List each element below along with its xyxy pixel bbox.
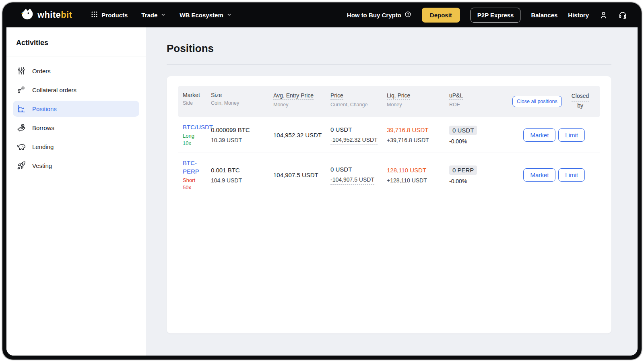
side-label: Long bbox=[183, 132, 211, 140]
logo-text: whitebit bbox=[37, 10, 72, 20]
chevron-down-icon bbox=[227, 12, 232, 19]
col-avg-entry-price[interactable]: Avg. Entry Price Money bbox=[273, 92, 330, 108]
main-content: Positions Market Side Size Coin, Money A… bbox=[146, 27, 638, 356]
rocket-icon bbox=[17, 161, 26, 170]
close-limit-button[interactable]: Limit bbox=[558, 168, 585, 182]
liq-price-cell: 39,716.8 USDT +39,716.8 USDT bbox=[387, 126, 449, 144]
size-cell: 0.000099 BTC 10.39 USDT bbox=[211, 126, 273, 144]
hand-coin-icon bbox=[17, 123, 26, 132]
trade-menu[interactable]: Trade bbox=[141, 12, 166, 19]
avg-entry-cell: 104,907.5 USDT bbox=[273, 171, 330, 179]
roe-value: -0.00% bbox=[449, 178, 512, 184]
sidebar-item-lending[interactable]: Lending bbox=[13, 139, 139, 155]
close-all-positions-button[interactable]: Close all positions bbox=[512, 96, 562, 107]
side-label: Short bbox=[183, 177, 211, 184]
sidebar-item-collateral-orders[interactable]: Collateral orders bbox=[13, 82, 139, 98]
leverage-label: 50x bbox=[183, 184, 211, 191]
header-actions: Close all positions Closed by bbox=[512, 92, 606, 111]
market-link[interactable]: BTC/USDT bbox=[183, 123, 211, 131]
liq-price-cell: 128,110 USDT +128,110 USDT bbox=[387, 166, 449, 184]
col-price[interactable]: Price Current, Change bbox=[330, 92, 387, 108]
col-market: Market Side bbox=[183, 92, 211, 106]
top-navbar: whitebit Products Trade bbox=[2, 2, 642, 27]
market-cell: BTC-PERP Short 50x bbox=[183, 159, 211, 191]
main-menu: Products Trade WB Ecosystem bbox=[91, 10, 231, 19]
sidebar-item-label: Lending bbox=[32, 143, 54, 150]
p2p-express-button[interactable]: P2P Express bbox=[471, 8, 521, 23]
history-link[interactable]: History bbox=[568, 12, 589, 19]
whitebit-rabbit-icon bbox=[20, 8, 34, 22]
col-upl[interactable]: uP&L ROE bbox=[449, 92, 512, 108]
roe-value: -0.00% bbox=[449, 138, 512, 145]
positions-chart-icon bbox=[17, 104, 26, 113]
avg-entry-cell: 104,952.32 USDT bbox=[273, 131, 330, 139]
upl-cell: 0 PERP -0.00% bbox=[449, 165, 512, 184]
position-row: BTC-PERP Short 50x 0.001 BTC 104.9 USDT … bbox=[178, 153, 600, 197]
app-window: whitebit Products Trade bbox=[2, 2, 642, 360]
chevron-down-icon bbox=[161, 12, 166, 19]
sidebar-item-vesting[interactable]: Vesting bbox=[13, 157, 139, 174]
row-actions: Market Limit bbox=[512, 168, 595, 182]
headset-icon[interactable] bbox=[618, 10, 627, 19]
col-liq-price[interactable]: Liq. Price Money bbox=[387, 92, 449, 108]
upl-cell: 0 USDT -0.00% bbox=[449, 126, 512, 145]
sidebar-item-orders[interactable]: Orders bbox=[13, 63, 139, 79]
close-limit-button[interactable]: Limit bbox=[558, 128, 585, 142]
close-market-button[interactable]: Market bbox=[523, 168, 555, 182]
piggy-bank-icon bbox=[17, 142, 26, 151]
sliders-icon bbox=[17, 66, 26, 75]
user-icon[interactable] bbox=[599, 11, 608, 19]
sidebar-item-label: Vesting bbox=[32, 162, 52, 169]
market-cell: BTC/USDT Long 10x bbox=[183, 123, 211, 147]
sidebar-item-label: Positions bbox=[32, 105, 57, 112]
activities-sidebar: Activities Orders bbox=[6, 27, 146, 356]
market-link[interactable]: BTC-PERP bbox=[183, 159, 211, 176]
sidebar-item-label: Borrows bbox=[32, 124, 54, 131]
positions-card: Market Side Size Coin, Money Avg. Entry … bbox=[167, 76, 611, 333]
title-divider bbox=[167, 64, 611, 65]
page-title: Positions bbox=[167, 42, 611, 55]
products-menu[interactable]: Products bbox=[91, 10, 128, 19]
price-cell: 0 USDT -104,952.32 USDT bbox=[330, 125, 387, 145]
sidebar-title: Activities bbox=[6, 27, 146, 56]
sidebar-item-borrows[interactable]: Borrows bbox=[13, 120, 139, 136]
table-header: Market Side Size Coin, Money Avg. Entry … bbox=[178, 86, 600, 117]
ecosystem-menu[interactable]: WB Ecosystem bbox=[180, 12, 231, 19]
sidebar-list: Orders Collateral orders bbox=[6, 56, 146, 174]
close-market-button[interactable]: Market bbox=[523, 128, 555, 142]
price-cell: 0 USDT -104,907.5 USDT bbox=[330, 165, 387, 185]
grid-dots-icon bbox=[91, 10, 98, 19]
upl-badge: 0 USDT bbox=[449, 126, 477, 135]
col-closed-by[interactable]: Closed by bbox=[572, 92, 589, 111]
col-size: Size Coin, Money bbox=[211, 92, 273, 106]
how-to-buy-link[interactable]: How to Buy Crypto bbox=[347, 11, 411, 19]
question-circle-icon bbox=[405, 11, 411, 19]
navbar-right: How to Buy Crypto Deposit P2P Express Ba… bbox=[347, 8, 627, 23]
sidebar-item-positions[interactable]: Positions bbox=[13, 101, 139, 117]
position-row: BTC/USDT Long 10x 0.000099 BTC 10.39 USD… bbox=[178, 117, 600, 153]
whitebit-logo[interactable]: whitebit bbox=[20, 8, 72, 22]
content-shell: Activities Orders bbox=[6, 27, 638, 356]
leverage-label: 10x bbox=[183, 140, 211, 147]
row-actions: Market Limit bbox=[512, 128, 595, 142]
sidebar-item-label: Orders bbox=[32, 68, 51, 74]
upl-badge: 0 PERP bbox=[449, 165, 477, 175]
collateral-icon bbox=[17, 85, 26, 94]
deposit-button[interactable]: Deposit bbox=[422, 8, 460, 23]
sidebar-item-label: Collateral orders bbox=[32, 87, 76, 93]
balances-link[interactable]: Balances bbox=[531, 12, 557, 19]
size-cell: 0.001 BTC 104.9 USDT bbox=[211, 166, 273, 184]
